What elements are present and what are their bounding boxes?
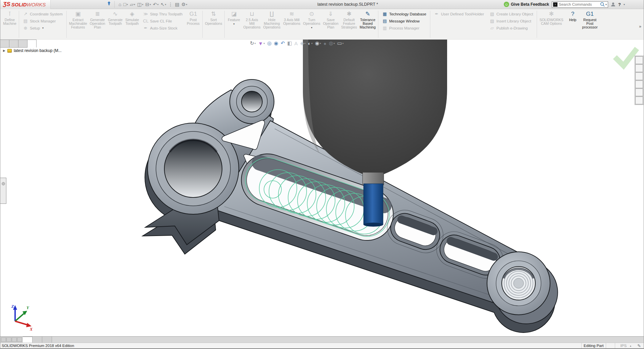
setup-button[interactable]: ⊕ Setup ▾ (21, 24, 64, 32)
menu-file[interactable] (57, 3, 63, 6)
file-properties-button[interactable]: ▤▾ (174, 1, 180, 8)
ribbon-separator (537, 11, 537, 38)
units-caret-icon[interactable]: ▴ (630, 344, 631, 347)
sort-operations-button[interactable]: ⇅ Sort Operations ▾ (204, 10, 223, 39)
insert-library-object-button[interactable]: ▨ Insert Library Object ▾ (488, 17, 534, 24)
three-axis-mill-operations-button[interactable]: ≋ 3 Axis Mill Operations ▾ (282, 10, 302, 39)
new-document-button[interactable]: □▾ (122, 1, 129, 8)
message-window-button[interactable]: ▤ Message Window ▾ (381, 17, 428, 24)
undo-button[interactable]: ↶▾ (152, 1, 160, 8)
ribbon-item-icon: ⊔ (250, 10, 254, 18)
task-pane-strip (635, 56, 644, 105)
help-button[interactable]: ? Help ▾ (565, 10, 581, 39)
custom-properties-button[interactable] (635, 97, 643, 104)
tab-features[interactable] (0, 40, 9, 48)
view-palette-button[interactable] (635, 80, 643, 88)
zoom-to-area-icon[interactable]: ◎▾ (266, 40, 272, 47)
tab-solidworks-cam[interactable] (28, 40, 37, 48)
ribbon-overflow-button[interactable]: » (638, 24, 643, 29)
auto-size-stock-button[interactable]: ✒ Auto-Size Stock ▾ (142, 24, 184, 32)
generate-toolpath-button[interactable]: ∿ Generate Toolpath ▾ (107, 10, 124, 39)
task-pane-home-button[interactable] (635, 56, 643, 64)
zoom-to-fit-icon[interactable]: ↻▾ (249, 40, 257, 47)
search-input[interactable] (559, 2, 600, 6)
extract-machinable-features-button[interactable]: ▣ Extract Machinable Features ▾ (68, 10, 89, 39)
create-library-object-button[interactable]: ▧ Create Library Object ▾ (488, 10, 534, 17)
menu-tools[interactable] (84, 3, 90, 6)
turn-operations-button[interactable]: ⊙ Turn Operations ▾ (302, 10, 322, 39)
menu-edit[interactable] (63, 3, 70, 6)
print-button[interactable]: ⊟▾ (144, 1, 152, 8)
select-button[interactable]: ↖▾ (160, 1, 167, 8)
menu-insert[interactable] (77, 3, 84, 6)
post-process-button[interactable]: G1 Post Process ▾ (185, 10, 201, 39)
save-operation-plan-button[interactable]: ⇓ Save Operation Plan ▾ (322, 10, 340, 39)
hole-machining-operations-button[interactable]: ∐ Hole Machining Operations ▾ (262, 10, 282, 39)
chevron-down-icon[interactable]: ▾ (605, 3, 607, 6)
rebuild-button[interactable]: ⋮▾ (167, 1, 174, 8)
apply-scene-icon[interactable]: ◍▾ (328, 40, 335, 47)
graphics-viewport[interactable]: Z Y X ↻▾▼▾◎▾◉▾↶▾◧▾A▾◈▾◐▾◉▾●▾◍▾▭▾ ▶ lates… (0, 40, 644, 336)
menu-view[interactable] (70, 3, 77, 6)
title-bar: ƷS SOLIDWORKS ⌂▾□▾▱▾◫▾⊟▾↶▾↖▾⋮▾▤▾⚙▾ lates… (0, 0, 644, 9)
process-manager-button[interactable]: ▥ Process Manager ▾ (381, 24, 428, 32)
request-post-processor-button[interactable]: G1 Request Post processor ▾ (581, 10, 599, 39)
open-button[interactable]: ▱▾ (129, 1, 136, 8)
step-thru-toolpath-button[interactable]: ≫ Step Thru Toolpath ▾ (142, 10, 184, 17)
search-commands-box[interactable]: › ▾ (552, 1, 608, 8)
edit-appearance-icon[interactable]: ●▾ (323, 40, 327, 47)
define-machine-button[interactable]: ⊺ Define Machine ▾ (2, 10, 18, 39)
menu-help[interactable] (97, 3, 104, 6)
solidworks-cam-options-button[interactable]: ✻ SOLIDWORKS CAM Options ▾ (538, 10, 565, 39)
publish-e-drawing-button[interactable]: ▱ Publish e-Drawing ▾ (488, 24, 534, 32)
sign-in-user-icon[interactable] (611, 2, 615, 7)
previous-view-icon[interactable]: ↶▾ (280, 40, 286, 47)
model-tab-next-button[interactable] (12, 337, 17, 342)
search-icon[interactable] (600, 2, 605, 7)
units-selector[interactable]: IPS (617, 344, 630, 348)
tolerance-based-machining-button[interactable]: ✎ Tolerance Based Machining ▾ (358, 10, 377, 39)
home-button[interactable]: ⌂▾ (117, 1, 122, 8)
tab-evaluate[interactable] (18, 40, 28, 48)
quick-tip-icon[interactable]: ✎ (637, 343, 641, 348)
model-tab-first-button[interactable] (1, 337, 6, 342)
display-style-icon[interactable]: ◐▾ (307, 40, 313, 47)
appearances-scenes-button[interactable] (635, 89, 643, 96)
tab-3d-views[interactable] (33, 337, 42, 343)
give-beta-feedback-button[interactable]: ☺ Give Beta Feedback (504, 2, 549, 7)
generate-operation-plan-button[interactable]: ≣ Generate Operation Plan ▾ (89, 10, 107, 39)
technology-database-button[interactable]: ▦ Technology Database ▾ (381, 10, 428, 17)
tab-motion-study-1[interactable] (42, 337, 52, 343)
simulate-toolpath-button[interactable]: ◈ Simulate Toolpath ▾ (124, 10, 140, 39)
design-library-button[interactable] (635, 64, 643, 72)
ribbon-item-icon: ∐ (270, 10, 274, 18)
view-settings-icon[interactable]: ▭▾ (336, 40, 344, 47)
feature-button[interactable]: ◪ Feature ▾ (226, 10, 242, 39)
model-tab-prev-button[interactable] (6, 337, 11, 342)
model-tab-last-button[interactable] (17, 337, 22, 342)
stock-manager-button[interactable]: ▤ Stock Manager ▾ (21, 17, 64, 24)
zoom-in-out-icon[interactable]: ◉▾ (273, 40, 279, 47)
user-defined-tool-holder-button[interactable]: ✒ User Defined Tool/Holder ▾ (433, 10, 485, 17)
pin-icon[interactable] (107, 1, 111, 7)
tab-model[interactable] (23, 337, 33, 343)
help-menu-icon[interactable]: ? (618, 2, 621, 7)
view-orientation-icon[interactable]: ◈▾ (299, 40, 306, 47)
selection-filter-icon[interactable]: ▼▾ (258, 40, 266, 47)
chevron-down-icon[interactable]: ▾ (624, 3, 625, 6)
two-five-axis-mill-operations-button[interactable]: ⊔ 2.5 Axis Mill Operations ▾ (242, 10, 262, 39)
file-explorer-button[interactable] (635, 72, 643, 80)
coordinate-system-button[interactable]: ↗ Coordinate System ▾ (21, 10, 64, 17)
feature-tree-root[interactable]: ▶ latest revision backup (M... (3, 48, 62, 53)
tab-sketch[interactable] (9, 40, 18, 48)
section-view-icon[interactable]: ◧▾ (286, 40, 292, 47)
save-button[interactable]: ◫▾ (136, 1, 144, 8)
expand-arrow-icon[interactable]: ▶ (3, 49, 5, 52)
menu-window[interactable] (90, 3, 97, 6)
save-cl-file-button[interactable]: CL Save CL File ▾ (142, 17, 184, 24)
default-feature-strategies-button[interactable]: ✱ Default Feature Strategies ▾ (340, 10, 358, 39)
annotation-views-icon[interactable]: A▾ (293, 40, 298, 47)
collapsed-pane-handle[interactable] (0, 178, 6, 204)
hide-show-items-icon[interactable]: ◉▾ (314, 40, 322, 47)
options-button[interactable]: ⚙▾ (180, 1, 189, 8)
